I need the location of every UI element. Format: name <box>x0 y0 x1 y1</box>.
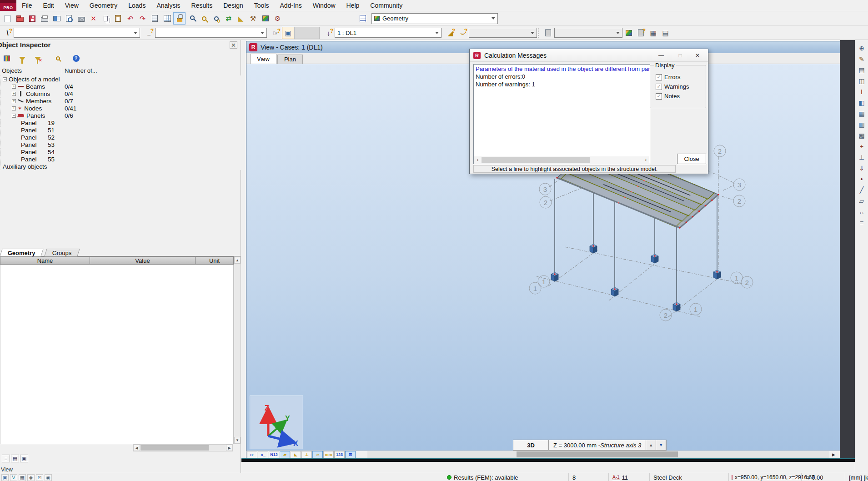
chevron-down-icon[interactable] <box>489 14 497 23</box>
close-button[interactable]: Close <box>677 154 706 164</box>
result-doc-button[interactable] <box>542 27 554 39</box>
view-tab-plan[interactable]: Plan <box>277 55 303 64</box>
view-mode-label[interactable]: 3D <box>513 440 549 450</box>
tables-icon[interactable]: ▦ <box>856 108 868 119</box>
collapse-icon[interactable]: − <box>12 114 16 118</box>
print-button[interactable] <box>38 12 50 25</box>
dialog-titlebar[interactable]: R Calculation Messages <box>470 49 708 62</box>
menu-community[interactable]: Community <box>365 0 408 11</box>
layout-selector-combo[interactable]: Geometry <box>371 13 498 24</box>
filter-delete-button[interactable]: ✕ <box>33 53 43 63</box>
grid-icon[interactable]: ▩ <box>856 130 868 141</box>
job-preferences-button[interactable]: ⚙ <box>271 12 284 25</box>
checkbox-icon[interactable]: ✓ <box>656 84 662 90</box>
layout-list-button[interactable] <box>356 12 369 25</box>
render-small-button[interactable] <box>622 27 635 39</box>
level-label[interactable]: Z = 3000.00 mm - Structure axis 3 <box>549 440 646 450</box>
print-preview-button[interactable] <box>50 12 63 25</box>
display-columns-button[interactable] <box>2 53 12 63</box>
value-table-scrollbar[interactable]: ▲ ▼ <box>234 256 241 444</box>
numbers-display-icon[interactable]: N12 <box>269 451 279 458</box>
menu-geometry[interactable]: Geometry <box>84 0 123 11</box>
messages-hscrollbar[interactable]: ‹ › <box>474 156 649 163</box>
profiles-icon[interactable]: I <box>856 86 868 97</box>
loads-icon[interactable]: ⇓ <box>856 163 868 174</box>
scrollbar-thumb[interactable] <box>482 157 590 163</box>
select-mode-button[interactable]: _? <box>143 27 155 39</box>
level-up-button[interactable]: ▲ <box>646 440 656 450</box>
tab-geometry[interactable]: Geometry <box>0 249 43 256</box>
copy-button[interactable] <box>100 12 112 25</box>
menu-results[interactable]: Results <box>186 0 218 11</box>
scroll-right-icon[interactable]: › <box>642 156 649 163</box>
menu-analysis[interactable]: Analysis <box>151 0 186 11</box>
dimensions-icon[interactable]: mm <box>323 451 334 458</box>
collapse-icon[interactable]: − <box>3 77 7 81</box>
tree-item-columns[interactable]: +Columns0/4 <box>0 90 241 97</box>
member-selection-combo[interactable] <box>155 28 267 38</box>
render-button[interactable] <box>259 12 271 25</box>
close-icon[interactable]: ✕ <box>691 51 704 60</box>
zoom-button[interactable] <box>186 12 198 25</box>
table-columns-button[interactable]: ▦ <box>647 27 659 39</box>
chevron-down-icon[interactable] <box>258 29 266 37</box>
checkbox-row-errors[interactable]: ✓Errors <box>656 74 680 80</box>
lock-button[interactable] <box>173 12 186 25</box>
layers-icon[interactable]: ▤ <box>856 65 868 75</box>
chevron-down-icon[interactable] <box>433 29 441 37</box>
column-header-value[interactable]: Value <box>90 256 196 265</box>
message-line[interactable]: Parameters of the material used in the o… <box>474 65 650 72</box>
blank-tool-button[interactable] <box>294 27 320 39</box>
scroll-down-icon[interactable]: ▼ <box>234 437 241 444</box>
column-header-unit[interactable]: Unit <box>196 256 234 265</box>
supports-display-icon[interactable]: ⊥ <box>301 451 312 458</box>
menu-help[interactable]: Help <box>341 0 365 11</box>
message-line[interactable]: Number of warnings: 1 <box>474 80 650 88</box>
tree-item-panels[interactable]: −Panels0/6 <box>0 112 241 119</box>
nodes-icon[interactable]: • <box>856 174 868 185</box>
select-pointer-button[interactable]: \? <box>1 27 14 39</box>
inspector-pane-1-tab[interactable]: ≡ <box>2 455 10 462</box>
tree-item-objectsofamodel[interactable]: −Objects of a model <box>0 75 241 83</box>
menu-tools[interactable]: Tools <box>249 0 275 11</box>
pan-orbit-button[interactable] <box>198 12 210 25</box>
scroll-right-icon[interactable]: ▶ <box>226 445 233 451</box>
bar-symbols-icon[interactable]: n_ <box>258 451 268 458</box>
scroll-up-icon[interactable]: ▲ <box>234 257 241 264</box>
display-list-icon[interactable]: ≡ <box>856 217 868 228</box>
undo-button[interactable]: ↶ <box>124 12 136 25</box>
snap-toggle-icon[interactable]: ⊡ <box>36 474 43 481</box>
calculator-button[interactable] <box>149 12 161 25</box>
menu-edit[interactable]: Edit <box>38 0 60 11</box>
maximize-button[interactable]: □ <box>673 51 687 60</box>
delete-button[interactable]: ✕ <box>87 12 100 25</box>
tree-item-beams[interactable]: +Beams0/4 <box>0 83 241 90</box>
doc-help-button[interactable]: ? <box>635 27 647 39</box>
screen-capture-button[interactable] <box>63 12 75 25</box>
checkbox-row-notes[interactable]: ✓Notes <box>656 93 680 100</box>
render-toggle-icon[interactable]: ◉ <box>45 474 52 481</box>
node-symbols-icon[interactable]: n- <box>247 451 257 458</box>
object-snap-icon[interactable]: ⊕ <box>856 43 868 54</box>
menu-window[interactable]: Window <box>307 0 341 11</box>
menu-design[interactable]: Design <box>218 0 249 11</box>
tree-column-objects[interactable]: Objects <box>2 67 22 74</box>
tab-groups[interactable]: Groups <box>44 249 80 256</box>
menu-loads[interactable]: Loads <box>123 0 151 11</box>
tree-item-panel54[interactable]: Panel54 <box>0 148 241 155</box>
columns-view-icon[interactable]: ▥ <box>856 119 868 130</box>
sections-icon[interactable]: ◫ <box>856 75 868 86</box>
case-components-button[interactable]: ⌣? <box>457 27 469 39</box>
correct-model-button[interactable]: ⚒ <box>247 12 259 25</box>
panels-icon[interactable]: ▱ <box>856 195 868 206</box>
supports-icon[interactable]: ⊥ <box>856 152 868 163</box>
help-button[interactable]: ? <box>71 53 81 63</box>
message-line[interactable]: Number of errors:0 <box>474 72 650 80</box>
expand-icon[interactable]: + <box>12 92 16 96</box>
load-case-combo[interactable]: 1 : DL1 <box>335 28 442 38</box>
status-units[interactable]: [mm] [kN] [Deg <box>845 473 868 481</box>
checkbox-row-warnings[interactable]: ✓Warnings <box>656 83 689 90</box>
objects-toggle-icon[interactable]: ◆ <box>27 474 35 481</box>
messages-list[interactable]: Parameters of the material used in the o… <box>473 64 650 164</box>
case-select-button[interactable]: ↓? <box>322 27 335 39</box>
